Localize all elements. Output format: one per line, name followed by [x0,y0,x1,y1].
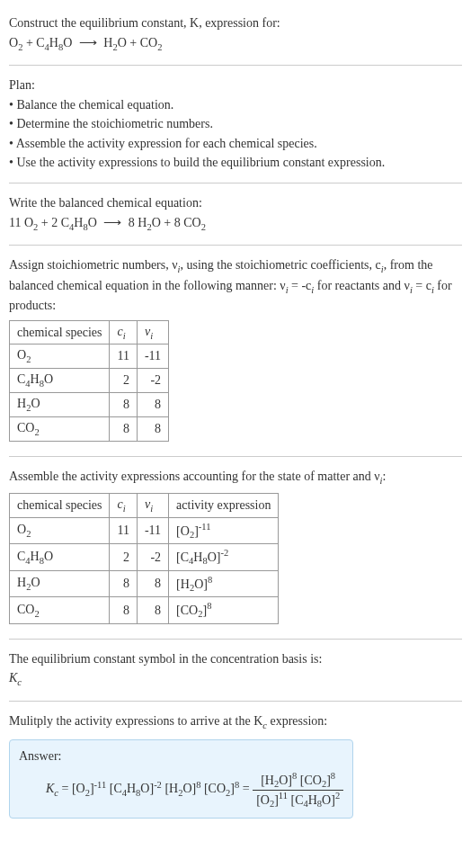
cell-v: 8 [137,416,168,441]
plan-item: • Use the activity expressions to build … [9,154,462,172]
plan-title: Plan: [9,76,462,94]
plan-item: • Determine the stoichiometric numbers. [9,115,462,133]
eu2: -2 [154,780,162,790]
e10: = [239,783,253,796]
cell-c: 8 [110,393,137,417]
fb1: [O [256,792,270,806]
e8: [CO [200,783,226,796]
table-header-row: chemical species ci νi [10,320,169,345]
cell-c: 8 [110,597,137,623]
bal-5: 8 H [129,216,147,229]
k: K [9,671,17,685]
ac-t2: : [383,470,387,483]
sp: H [17,576,26,589]
ac-sup: 8 [208,575,212,585]
k: K [46,783,54,796]
table-row: H2O 8 8 [10,393,169,417]
st-t6: = c [413,279,431,292]
table-row: H2O 8 8 [H2O]8 [10,570,279,596]
cell-c: 11 [110,345,137,369]
cell-v: -2 [137,544,168,570]
sp-sub: 2 [34,427,39,437]
cell-activity: [H2O]8 [169,570,279,596]
intro-equation: O2 + C4H8O ⟶ H2O + CO2 [9,34,462,54]
eq-plus: + C [22,36,44,49]
table-header-row: chemical species ci νi activity expressi… [10,494,279,518]
arrow-icon: ⟶ [103,216,121,229]
th-activity: activity expression [169,494,279,518]
table-row: O2 11 -11 [10,345,169,369]
ac-sup: 8 [207,601,211,611]
stoich-intro: Assign stoichiometric numbers, νi, using… [9,256,462,315]
sp: H [17,397,26,410]
bal-3: H [74,216,83,229]
intro-prompt-text: Construct the equilibrium constant, K, e… [9,16,280,30]
bal-4: O [88,216,97,229]
cell-species: H2O [10,393,110,417]
bal-6: O + 8 CO [152,216,201,229]
symbol-text: The equilibrium constant symbol in the c… [9,650,462,668]
th-species: chemical species [10,494,110,518]
cell-activity: [O2]-11 [169,517,279,543]
ac: [CO [176,604,198,617]
ac: [O [176,524,190,538]
activity-section: Assemble the activity expressions accoun… [9,461,462,635]
intro-prompt: Construct the equilibrium constant, K, e… [9,14,462,32]
activity-intro: Assemble the activity expressions accoun… [9,468,462,488]
ac-sup: -2 [221,548,229,558]
cell-species: CO2 [10,597,110,623]
ac-p: O] [208,550,221,564]
table-row: CO2 8 8 [CO2]8 [10,597,279,623]
sp-sub: 2 [34,608,39,618]
th-species: chemical species [10,320,110,345]
ft3: [CO [297,774,322,787]
divider [9,245,462,246]
eq-o2: O [63,36,72,49]
cell-species: C4H8O [10,369,110,393]
ac-sup: -11 [199,522,211,532]
symbol-k: Kc [9,669,462,689]
sp-m: H [31,372,40,386]
fi-t2: expression: [267,714,327,728]
fb5: O] [322,792,335,806]
ac: [H [176,577,190,591]
st-t1: Assign stoichiometric numbers, ν [9,258,178,272]
final-intro: Mulitply the activity expressions to arr… [9,712,462,732]
cell-c: 8 [110,570,137,596]
fb3: [C [288,792,304,806]
e5: O] [140,783,154,796]
sp: O [17,348,26,362]
ac: [C [176,550,189,564]
st-t4: = -c [289,279,312,292]
ac-m: H [193,550,202,564]
plan-item: • Assemble the activity expression for e… [9,135,462,153]
sp-sub: 2 [26,354,31,364]
cell-v: -2 [137,369,168,393]
stoich-table: chemical species ci νi O2 11 -11 C4H8O 2… [9,320,169,442]
divider [9,183,462,183]
eq-rhs-co2: 2 [157,41,162,51]
activity-table: chemical species ci νi activity expressi… [9,493,279,624]
sp: CO [17,421,34,434]
plan-section: Plan: • Balance the chemical equation. •… [9,69,462,179]
fbu2: 2 [335,791,340,801]
table-row: C4H8O 2 -2 [C4H8O]-2 [10,544,279,570]
ftu2: 8 [331,771,335,781]
table-row: O2 11 -11 [O2]-11 [10,517,279,543]
cell-c: 11 [110,517,137,543]
bal-1: 11 O [9,216,33,229]
sp-p: O [31,576,40,589]
e7: O] [182,783,196,796]
fraction: [H2O]8 [CO2]8[O2]11 [C4H8O]2 [253,771,343,809]
eq-h: H [49,36,58,49]
cell-v: 8 [137,570,168,596]
bal-2: + 2 C [38,216,69,229]
th-v-sub: i [150,504,153,514]
sp-m: H [31,550,40,563]
fraction-denominator: [O2]11 [C4H8O]2 [253,791,343,809]
cell-v: -11 [137,345,168,369]
cell-species: O2 [10,345,110,369]
cell-activity: [C4H8O]-2 [169,544,279,570]
th-v: νi [137,494,168,518]
balanced-title: Write the balanced chemical equation: [9,194,462,212]
